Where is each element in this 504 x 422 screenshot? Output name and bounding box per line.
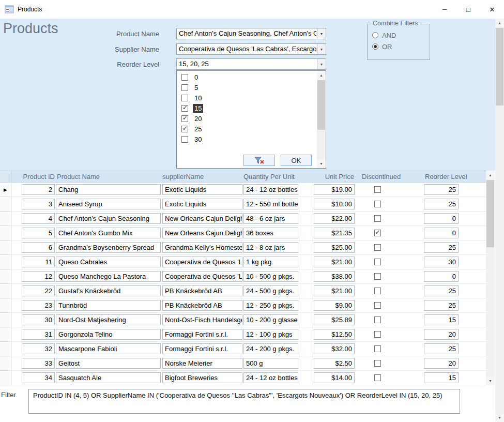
item-checkbox[interactable]: [181, 74, 188, 81]
row-selector[interactable]: [0, 298, 11, 313]
product-id-cell[interactable]: 22: [22, 285, 55, 296]
item-checkbox[interactable]: [181, 126, 188, 132]
quantity-per-unit-cell[interactable]: 1 kg pkg.: [243, 257, 298, 267]
reorder-level-cell[interactable]: 25: [424, 300, 459, 311]
maximize-button[interactable]: □: [456, 0, 480, 19]
product-id-cell[interactable]: 30: [22, 314, 55, 325]
dropdown-item[interactable]: 20: [177, 114, 317, 124]
product-id-cell[interactable]: 34: [22, 372, 55, 383]
dropdown-item[interactable]: 25: [177, 124, 317, 134]
ok-button[interactable]: OK: [281, 155, 312, 166]
product-id-cell[interactable]: 6: [22, 242, 55, 253]
unit-price-cell[interactable]: $22.00: [314, 213, 355, 224]
row-selector[interactable]: [0, 342, 11, 356]
discontinued-checkbox[interactable]: [374, 345, 381, 352]
unit-price-cell[interactable]: $21.00: [314, 257, 355, 267]
reorder-level-cell[interactable]: 0: [424, 213, 459, 224]
quantity-per-unit-cell[interactable]: 24 - 12 oz bottles: [243, 184, 298, 195]
scroll-thumb[interactable]: [496, 28, 503, 106]
product-id-cell[interactable]: 5: [22, 228, 55, 238]
product-name-cell[interactable]: Queso Manchego La Pastora: [56, 271, 161, 282]
row-selector[interactable]: [0, 197, 11, 212]
dropdown-item[interactable]: 10: [177, 93, 317, 103]
quantity-per-unit-cell[interactable]: 24 - 200 g pkgs.: [243, 343, 298, 354]
discontinued-checkbox[interactable]: [374, 331, 381, 338]
quantity-per-unit-cell[interactable]: 12 - 8 oz jars: [243, 242, 298, 253]
item-checkbox[interactable]: [181, 105, 188, 112]
product-name-combo[interactable]: Chef Anton's Cajun Seasoning, Chef Anton…: [176, 28, 326, 39]
item-checkbox[interactable]: [181, 84, 188, 91]
minimize-button[interactable]: ─: [433, 0, 456, 19]
discontinued-checkbox[interactable]: [374, 288, 381, 294]
item-checkbox[interactable]: [181, 115, 188, 122]
unit-price-cell[interactable]: $21.00: [314, 285, 355, 296]
radio-icon[interactable]: [372, 43, 378, 50]
unit-price-cell[interactable]: $38.00: [314, 271, 355, 282]
product-name-cell[interactable]: Geitost: [56, 358, 161, 369]
row-selector[interactable]: [0, 327, 11, 342]
unit-price-cell[interactable]: $21.35: [314, 228, 355, 238]
product-id-cell[interactable]: 4: [22, 213, 55, 224]
row-selector[interactable]: [0, 284, 11, 298]
supplier-name-combo[interactable]: Cooperativa de Quesos 'Las Cabras', Esca…: [176, 43, 326, 55]
grid-vertical-scrollbar[interactable]: [486, 171, 495, 385]
supplier-name-cell[interactable]: Norske Meierier: [162, 358, 242, 369]
scroll-down-arrow[interactable]: [317, 159, 326, 168]
product-name-cell[interactable]: Gorgonzola Telino: [56, 329, 161, 340]
row-selector[interactable]: [0, 240, 11, 255]
product-name-cell[interactable]: Grandma's Boysenberry Spread: [56, 242, 161, 253]
supplier-name-cell[interactable]: Nord-Ost-Fisch Handelsgesellschaft: [162, 314, 242, 325]
row-selector[interactable]: [0, 212, 11, 226]
dropdown-item[interactable]: 15: [177, 103, 317, 114]
product-name-cell[interactable]: Queso Cabrales: [56, 257, 161, 267]
scroll-up-arrow[interactable]: [317, 71, 326, 80]
quantity-per-unit-cell[interactable]: 12 - 550 ml bottles: [243, 199, 298, 209]
supplier-name-combo-value[interactable]: Cooperativa de Quesos 'Las Cabras', Esca…: [177, 44, 316, 54]
quantity-per-unit-cell[interactable]: 12 - 100 g pkgs: [243, 329, 298, 340]
dropdown-item[interactable]: 30: [177, 134, 317, 145]
supplier-name-cell[interactable]: Grandma Kelly's Homestead: [162, 242, 242, 253]
quantity-per-unit-cell[interactable]: 48 - 6 oz jars: [243, 213, 298, 224]
product-id-cell[interactable]: 11: [22, 257, 55, 267]
supplier-name-cell[interactable]: Cooperativa de Quesos 'Las Cabras': [162, 257, 242, 267]
supplier-name-cell[interactable]: New Orleans Cajun Delights: [162, 213, 242, 224]
product-name-cell[interactable]: Nord-Ost Matjeshering: [56, 314, 161, 325]
scroll-down-arrow[interactable]: [495, 413, 504, 422]
reorder-level-cell[interactable]: 30: [424, 257, 459, 267]
reorder-level-cell[interactable]: 0: [424, 271, 459, 282]
unit-price-cell[interactable]: $12.50: [314, 329, 355, 340]
filter-expression-box[interactable]: ProductID IN (4, 5) OR SupplierName IN (…: [28, 389, 460, 414]
quantity-per-unit-cell[interactable]: 24 - 12 oz bottles: [243, 372, 298, 383]
reorder-level-cell[interactable]: 25: [424, 184, 459, 195]
row-selector[interactable]: [0, 356, 11, 371]
clear-filter-button[interactable]: [243, 155, 275, 166]
discontinued-checkbox[interactable]: [374, 230, 381, 236]
unit-price-cell[interactable]: $10.00: [314, 199, 355, 209]
chevron-down-icon[interactable]: [317, 28, 326, 39]
reorder-level-cell[interactable]: 0: [424, 228, 459, 238]
dropdown-item[interactable]: 0: [177, 72, 317, 83]
product-id-cell[interactable]: 2: [22, 184, 55, 195]
reorder-level-combo-value[interactable]: 15, 20, 25: [177, 59, 316, 69]
quantity-per-unit-cell[interactable]: 500 g: [243, 358, 298, 369]
row-selector[interactable]: [0, 269, 11, 284]
column-header-discontinued[interactable]: Discontinued: [362, 171, 401, 182]
discontinued-checkbox[interactable]: [374, 302, 381, 309]
dropdown-item[interactable]: 5: [177, 83, 317, 93]
supplier-name-cell[interactable]: Formaggi Fortini s.r.l.: [162, 329, 242, 340]
column-header-product-name[interactable]: Product Name: [57, 171, 100, 182]
reorder-level-cell[interactable]: 25: [424, 285, 459, 296]
reorder-level-cell[interactable]: 25: [424, 242, 459, 253]
scroll-up-arrow[interactable]: [495, 19, 504, 27]
quantity-per-unit-cell[interactable]: 10 - 500 g pkgs.: [243, 271, 298, 282]
discontinued-checkbox[interactable]: [374, 317, 381, 323]
row-selector[interactable]: [0, 255, 11, 269]
discontinued-checkbox[interactable]: [374, 186, 381, 193]
supplier-name-cell[interactable]: PB Knäckebröd AB: [162, 300, 242, 311]
reorder-level-cell[interactable]: 15: [424, 314, 459, 325]
supplier-name-cell[interactable]: Cooperativa de Quesos 'Las Cabras': [162, 271, 242, 282]
column-header-reorder-level[interactable]: Reorder Level: [425, 171, 467, 182]
row-selector[interactable]: ▶: [0, 183, 11, 197]
unit-price-cell[interactable]: $9.00: [314, 300, 355, 311]
product-id-cell[interactable]: 32: [22, 343, 55, 354]
